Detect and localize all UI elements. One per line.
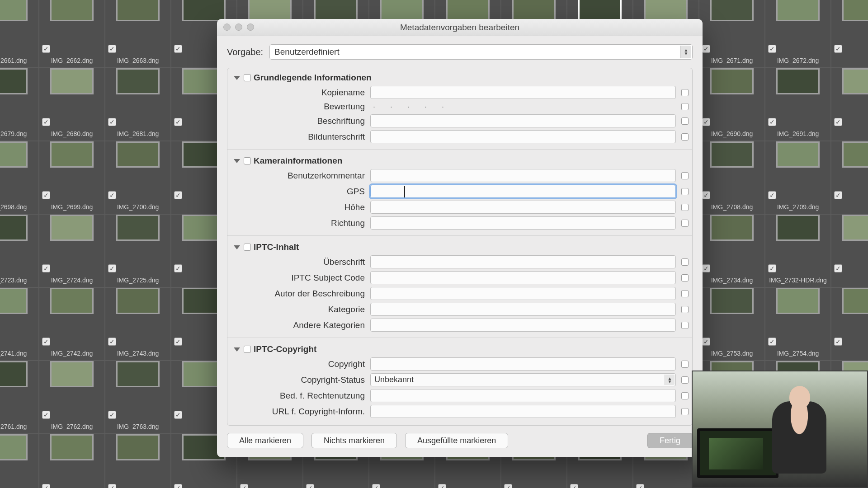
section-checkbox[interactable] [244, 157, 251, 164]
thumbnail-checkbox[interactable]: ✓ [834, 338, 842, 346]
thumbnail-image[interactable] [50, 215, 94, 241]
thumbnail-image[interactable] [116, 141, 160, 168]
thumbnail-image[interactable] [50, 0, 94, 21]
field-include-checkbox[interactable] [681, 133, 689, 141]
thumbnail-cell[interactable]: IMG_2782.dng✓ [105, 434, 171, 488]
field-include-checkbox[interactable] [681, 290, 689, 297]
field-input[interactable] [370, 86, 676, 99]
thumbnail-image[interactable] [776, 288, 820, 314]
thumbnail-image[interactable] [776, 68, 820, 94]
thumbnail-cell[interactable]: IMG_2761.dng✓ [0, 361, 39, 434]
field-input[interactable] [370, 319, 676, 332]
fields-scrollpane[interactable]: Grundlegende InformationenKopienameBewer… [227, 68, 693, 426]
section-header[interactable]: IPTC-Copyright [234, 341, 689, 356]
thumbnail-checkbox[interactable]: ✓ [42, 338, 50, 346]
thumbnail-checkbox[interactable]: ✓ [768, 338, 776, 346]
thumbnail-cell[interactable]: ✓ [831, 141, 868, 214]
thumbnail-checkbox[interactable]: ✓ [42, 191, 50, 199]
disclosure-triangle-icon[interactable] [234, 245, 240, 249]
thumbnail-checkbox[interactable]: ✓ [42, 264, 50, 272]
preset-select[interactable]: Benutzerdefiniert ▲▼ [269, 44, 693, 60]
thumbnail-checkbox[interactable]: ✓ [108, 118, 116, 126]
thumbnail-image[interactable] [50, 141, 94, 168]
field-include-checkbox[interactable] [681, 408, 689, 415]
thumbnail-image[interactable] [512, 0, 556, 21]
thumbnail-checkbox[interactable]: ✓ [834, 45, 842, 53]
thumbnail-cell[interactable]: IMG_2698.dng✓ [0, 141, 39, 214]
thumbnail-checkbox[interactable]: ✓ [834, 264, 842, 272]
thumbnail-checkbox[interactable]: ✓ [240, 484, 248, 488]
thumbnail-cell[interactable]: IMG_2753.dng✓ [699, 287, 765, 361]
thumbnail-cell[interactable]: IMG_2741.dng✓ [0, 287, 39, 361]
field-include-checkbox[interactable] [681, 117, 689, 125]
thumbnail-checkbox[interactable]: ✓ [702, 191, 710, 199]
thumbnail-cell[interactable]: IMG_2672.dng✓ [765, 0, 831, 68]
section-header[interactable]: IPTC-Inhalt [234, 239, 689, 254]
thumbnail-checkbox[interactable]: ✓ [174, 484, 182, 488]
field-input[interactable] [370, 201, 676, 214]
thumbnail-image[interactable] [842, 0, 868, 21]
thumbnail-image[interactable] [710, 0, 754, 21]
field-input[interactable] [370, 130, 676, 143]
thumbnail-checkbox[interactable]: ✓ [702, 338, 710, 346]
thumbnail-image[interactable] [0, 215, 28, 241]
section-checkbox[interactable] [244, 244, 251, 251]
field-include-checkbox[interactable] [681, 306, 689, 313]
thumbnail-image[interactable] [710, 215, 754, 241]
thumbnail-image[interactable] [842, 68, 868, 94]
thumbnail-checkbox[interactable]: ✓ [174, 118, 182, 126]
thumbnail-image[interactable] [50, 288, 94, 314]
thumbnail-checkbox[interactable]: ✓ [438, 484, 446, 488]
thumbnail-image[interactable] [776, 141, 820, 168]
field-input[interactable] [370, 255, 676, 268]
thumbnail-image[interactable] [0, 141, 28, 168]
thumbnail-cell[interactable]: IMG_2662.dng✓ [39, 0, 105, 68]
thumbnail-checkbox[interactable]: ✓ [42, 45, 50, 53]
thumbnail-checkbox[interactable]: ✓ [702, 264, 710, 272]
thumbnail-image[interactable] [116, 215, 160, 241]
thumbnail-cell[interactable]: IMG_2723.dng✓ [0, 214, 39, 287]
thumbnail-image[interactable] [248, 0, 292, 21]
thumbnail-image[interactable] [842, 215, 868, 241]
thumbnail-cell[interactable]: IMG_2742.dng✓ [39, 287, 105, 361]
thumbnail-cell[interactable]: IMG_2780.dng✓ [0, 434, 39, 488]
thumbnail-image[interactable] [842, 141, 868, 168]
field-include-checkbox[interactable] [681, 188, 689, 195]
close-window-button[interactable] [223, 23, 231, 31]
field-include-checkbox[interactable] [681, 322, 689, 329]
thumbnail-cell[interactable]: IMG_2762.dng✓ [39, 361, 105, 434]
thumbnail-image[interactable] [116, 288, 160, 314]
thumbnail-cell[interactable]: IMG_2679.dng✓ [0, 68, 39, 141]
thumbnail-image[interactable] [710, 141, 754, 168]
thumbnail-checkbox[interactable]: ✓ [702, 118, 710, 126]
field-input[interactable] [370, 303, 676, 316]
thumbnail-image[interactable] [644, 0, 688, 21]
thumbnail-checkbox[interactable]: ✓ [42, 118, 50, 126]
thumbnail-cell[interactable]: IMG_2725.dng✓ [105, 214, 171, 287]
thumbnail-checkbox[interactable]: ✓ [768, 45, 776, 53]
thumbnail-cell[interactable]: IMG_2743.dng✓ [105, 287, 171, 361]
thumbnail-cell[interactable]: IMG_2734.dng✓ [699, 214, 765, 287]
thumbnail-checkbox[interactable]: ✓ [306, 484, 314, 488]
field-include-checkbox[interactable] [681, 274, 689, 282]
minimize-window-button[interactable] [235, 23, 242, 31]
thumbnail-cell[interactable]: IMG_2680.dng✓ [39, 68, 105, 141]
thumbnail-image[interactable] [116, 68, 160, 94]
thumbnail-checkbox[interactable]: ✓ [768, 191, 776, 199]
thumbnail-image[interactable] [314, 0, 358, 21]
thumbnail-cell[interactable]: IMG_2699.dng✓ [39, 141, 105, 214]
thumbnail-image[interactable] [0, 361, 28, 387]
select-filled-button[interactable]: Ausgefüllte markieren [405, 433, 508, 448]
field-input[interactable] [370, 185, 676, 198]
thumbnail-image[interactable] [0, 434, 28, 460]
field-include-checkbox[interactable] [681, 220, 689, 227]
thumbnail-checkbox[interactable]: ✓ [108, 338, 116, 346]
thumbnail-image[interactable] [116, 434, 160, 460]
rating-field[interactable]: · · · · · [370, 102, 676, 112]
thumbnail-cell[interactable]: IMG_2691.dng✓ [765, 68, 831, 141]
thumbnail-checkbox[interactable]: ✓ [174, 191, 182, 199]
thumbnail-checkbox[interactable]: ✓ [636, 484, 644, 488]
select-none-button[interactable]: Nichts markieren [311, 433, 397, 448]
field-input[interactable] [370, 271, 676, 284]
thumbnail-checkbox[interactable]: ✓ [108, 484, 116, 488]
